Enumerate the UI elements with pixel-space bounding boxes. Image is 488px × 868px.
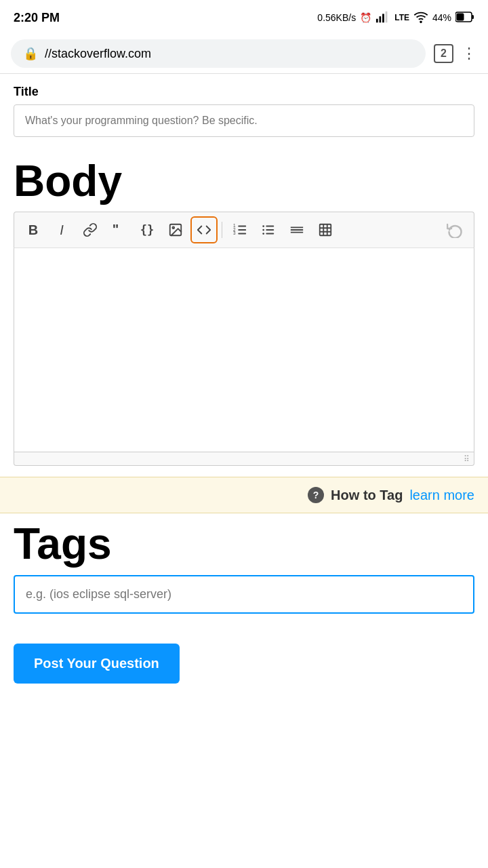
toolbar-divider-1	[222, 222, 222, 238]
svg-rect-6	[457, 13, 464, 20]
page-content: Title Body B I " {} 123	[0, 74, 488, 697]
url-text: //stackoverflow.com	[45, 47, 151, 61]
editor-toolbar: B I " {} 123	[14, 212, 474, 248]
how-to-tag-text: How to Tag	[331, 488, 403, 503]
network-speed: 0.56KB/s	[317, 12, 356, 23]
link-button[interactable]	[77, 216, 104, 243]
svg-point-4	[420, 21, 422, 22]
horizontal-rule-button[interactable]	[283, 216, 310, 243]
svg-rect-26	[320, 224, 331, 236]
battery-text: 44%	[432, 12, 451, 23]
table-button[interactable]	[312, 216, 339, 243]
title-input[interactable]	[14, 104, 474, 137]
editor-area[interactable]	[14, 248, 474, 452]
status-icons: 0.56KB/s ⏰ LTE 44%	[317, 9, 474, 26]
url-bar[interactable]: 🔒 //stackoverflow.com	[11, 39, 426, 68]
italic-button[interactable]: I	[48, 216, 75, 243]
svg-rect-0	[376, 18, 378, 22]
numbered-list-button[interactable]: 123	[226, 216, 253, 243]
bullet-list-button[interactable]	[255, 216, 282, 243]
code-snippet-button[interactable]	[190, 216, 218, 243]
browser-bar: 🔒 //stackoverflow.com 2 ⋮	[0, 34, 488, 74]
title-label: Title	[0, 74, 488, 104]
editor-inner[interactable]	[14, 248, 474, 452]
tags-heading: Tags	[0, 513, 488, 574]
svg-rect-1	[380, 16, 382, 22]
svg-point-21	[262, 229, 264, 231]
bold-button[interactable]: B	[20, 216, 47, 243]
svg-text:": "	[113, 222, 119, 237]
image-button[interactable]	[162, 216, 189, 243]
learn-more-link[interactable]: learn more	[409, 488, 474, 503]
battery-icon	[455, 12, 474, 24]
body-heading: Body	[0, 151, 488, 212]
signal-icon	[375, 9, 390, 26]
tab-count[interactable]: 2	[434, 44, 453, 63]
svg-point-20	[262, 226, 264, 228]
resize-handle-icon: ⠿	[464, 454, 470, 464]
browser-menu-button[interactable]: ⋮	[462, 45, 477, 62]
post-question-button[interactable]: Post Your Question	[14, 644, 180, 684]
help-icon: ?	[308, 487, 324, 503]
resize-bar[interactable]: ⠿	[14, 452, 474, 466]
status-bar: 2:20 PM 0.56KB/s ⏰ LTE 44%	[0, 0, 488, 34]
undo-button[interactable]	[441, 216, 468, 243]
tags-input[interactable]	[14, 575, 474, 614]
lock-icon: 🔒	[23, 46, 38, 61]
blockquote-button[interactable]: "	[105, 216, 132, 243]
code-block-button[interactable]: {}	[134, 216, 161, 243]
lte-icon: LTE	[394, 13, 409, 22]
alarm-icon: ⏰	[360, 12, 371, 23]
svg-point-22	[262, 233, 264, 235]
svg-text:3: 3	[233, 231, 236, 236]
wifi-icon	[413, 9, 428, 26]
status-time: 2:20 PM	[14, 11, 60, 25]
svg-rect-2	[382, 14, 384, 22]
how-to-tag-banner: ? How to Tag learn more	[0, 477, 488, 513]
svg-rect-3	[386, 11, 388, 22]
svg-rect-7	[472, 15, 474, 19]
svg-point-10	[172, 227, 174, 229]
